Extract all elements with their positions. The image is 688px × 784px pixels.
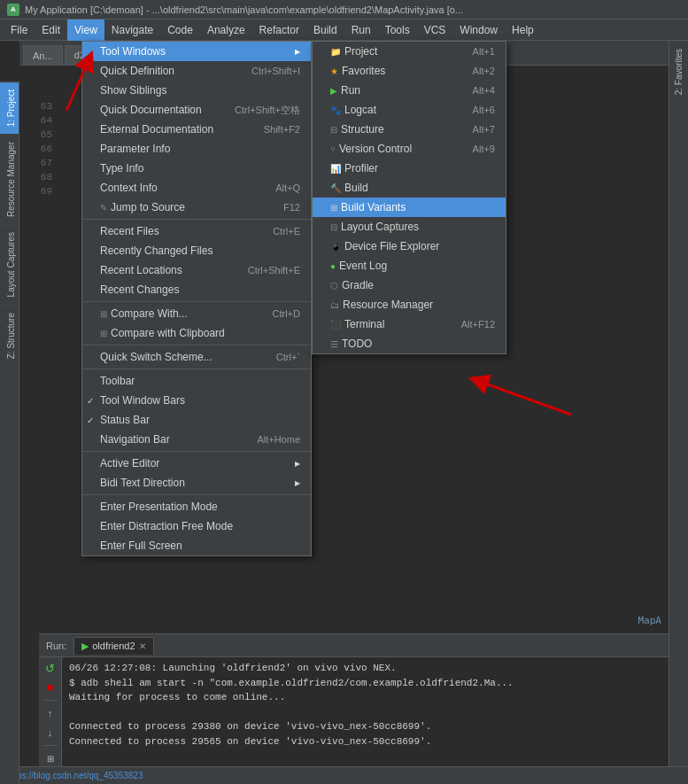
run-line-3: Waiting for process to come online...: [69, 690, 681, 705]
menu-item-quick-definition[interactable]: Quick Definition Ctrl+Shift+I: [82, 61, 311, 81]
view-menu-dropdown: Tool Windows Quick Definition Ctrl+Shift…: [81, 41, 312, 556]
app-icon: A: [7, 4, 19, 16]
menu-item-recently-changed[interactable]: Recently Changed Files: [82, 241, 311, 260]
tw-todo[interactable]: ☰ TODO: [313, 334, 506, 353]
sidebar-item-project[interactable]: 1: Project: [0, 82, 19, 134]
menu-item-external-documentation[interactable]: External Documentation Shift+F2: [82, 120, 311, 139]
menu-item-show-siblings[interactable]: Show Siblings: [82, 81, 311, 100]
tw-profiler[interactable]: 📊 Profiler: [313, 159, 506, 178]
run-panel-header: Run: ▶ oldfriend2 ✕: [39, 634, 688, 657]
menu-item-distraction-free[interactable]: Enter Distraction Free Mode: [82, 516, 311, 536]
tw-device-file[interactable]: 📱 Device File Explorer: [313, 237, 506, 256]
run-panel-toolbar: ↺ ■ ↑ ↓ ⊞ ≡: [39, 657, 62, 784]
run-line-5: Connected to process 29380 on device 'vi…: [69, 719, 681, 734]
menu-view[interactable]: View: [67, 19, 104, 41]
left-sidebar: 1: Project Resource Manager Layout Captu…: [0, 82, 19, 784]
run-line-4: [69, 705, 681, 720]
run-restart-btn[interactable]: ↺: [43, 661, 58, 676]
menu-item-recent-locations[interactable]: Recent Locations Ctrl+Shift+E: [82, 260, 311, 280]
sidebar-item-favorites[interactable]: 2: Favorites: [671, 41, 686, 102]
menu-run[interactable]: Run: [344, 19, 378, 41]
tool-windows-dropdown: 📁 Project Alt+1 ★ Favorites Alt+2 ▶ Run …: [312, 41, 506, 354]
menu-item-active-editor[interactable]: Active Editor: [82, 454, 311, 473]
tw-resource-manager[interactable]: 🗂 Resource Manager: [313, 295, 506, 314]
run-scroll-up[interactable]: ↑: [43, 706, 58, 721]
menu-code[interactable]: Code: [160, 19, 200, 41]
status-bar: https://blog.csdn.net/qq_45353823: [0, 766, 688, 784]
menu-build[interactable]: Build: [306, 19, 344, 41]
menu-item-status-bar[interactable]: ✓ Status Bar: [82, 410, 311, 430]
menu-item-compare-clipboard[interactable]: ⊞ Compare with Clipboard: [82, 323, 311, 343]
menu-tools[interactable]: Tools: [378, 19, 417, 41]
tw-layout-captures[interactable]: ⊟ Layout Captures: [313, 217, 506, 237]
menu-vcs[interactable]: VCS: [417, 19, 453, 41]
run-tab[interactable]: ▶ oldfriend2 ✕: [73, 637, 153, 655]
menu-window[interactable]: Window: [452, 19, 505, 41]
menu-item-quick-documentation[interactable]: Quick Documentation Ctrl+Shift+空格: [82, 100, 311, 120]
tw-terminal[interactable]: ⬛ Terminal Alt+F12: [313, 314, 506, 334]
menu-bar: File Edit View Navigate Code Analyze Ref…: [0, 19, 688, 41]
run-layout-btn[interactable]: ⊞: [43, 751, 58, 766]
tw-event-log[interactable]: ● Event Log: [313, 256, 506, 276]
menu-item-recent-changes[interactable]: Recent Changes: [82, 280, 311, 299]
map-activity-label: MapA: [638, 615, 662, 626]
run-tab-label: oldfriend2: [92, 640, 135, 651]
menu-item-bidi-text[interactable]: Bidi Text Direction: [82, 473, 311, 493]
menu-item-recent-files[interactable]: Recent Files Ctrl+E: [82, 221, 311, 241]
menu-item-tool-windows[interactable]: Tool Windows: [82, 42, 311, 61]
tw-build[interactable]: 🔨 Build: [313, 178, 506, 198]
sidebar-item-layout-captures[interactable]: Layout Captures: [0, 224, 19, 304]
tw-run[interactable]: ▶ Run Alt+4: [313, 81, 506, 100]
menu-item-context-info[interactable]: Context Info Alt+Q: [82, 178, 311, 198]
menu-navigate[interactable]: Navigate: [104, 19, 160, 41]
menu-item-compare-with[interactable]: ⊞ Compare With... Ctrl+D: [82, 304, 311, 323]
run-line-1: 06/26 12:27:08: Launching 'oldfriend2' o…: [69, 661, 681, 676]
run-line-6: Connected to process 29565 on device 'vi…: [69, 734, 681, 749]
title-bar: A My Application [C:\demoan] - ...\oldfr…: [0, 0, 688, 19]
menu-analyze[interactable]: Analyze: [200, 19, 252, 41]
run-panel-content: 06/26 12:27:08: Launching 'oldfriend2' o…: [62, 657, 688, 752]
menu-item-presentation-mode[interactable]: Enter Presentation Mode: [82, 497, 311, 516]
tw-logcat[interactable]: 🐾 Logcat Alt+6: [313, 100, 506, 120]
tab-an[interactable]: An...: [23, 45, 63, 65]
menu-item-jump-to-source[interactable]: ✎ Jump to Source F12: [82, 198, 311, 217]
tw-version-control[interactable]: ⑂ Version Control Alt+9: [313, 139, 506, 159]
run-stop-btn[interactable]: ■: [43, 679, 58, 695]
sidebar-item-resource-manager[interactable]: Resource Manager: [0, 134, 19, 224]
title-text: My Application [C:\demoan] - ...\oldfrie…: [25, 4, 463, 15]
menu-refactor[interactable]: Refactor: [252, 19, 306, 41]
menu-item-navigation-bar[interactable]: Navigation Bar Alt+Home: [82, 430, 311, 449]
menu-item-quick-switch[interactable]: Quick Switch Scheme... Ctrl+`: [82, 347, 311, 367]
menu-file[interactable]: File: [4, 19, 35, 41]
menu-item-tool-window-bars[interactable]: ✓ Tool Window Bars: [82, 391, 311, 410]
menu-edit[interactable]: Edit: [35, 19, 67, 41]
run-label: Run:: [46, 640, 66, 651]
menu-item-full-screen[interactable]: Enter Full Screen: [82, 536, 311, 555]
tw-gradle[interactable]: ⬡ Gradle: [313, 276, 506, 295]
status-url: https://blog.csdn.net/qq_45353823: [7, 771, 143, 780]
menu-help[interactable]: Help: [505, 19, 541, 41]
sidebar-item-structure[interactable]: Z: Structure: [0, 305, 19, 366]
menu-item-type-info[interactable]: Type Info: [82, 159, 311, 178]
menu-item-parameter-info[interactable]: Parameter Info: [82, 139, 311, 159]
tw-structure[interactable]: ⊟ Structure Alt+7: [313, 120, 506, 139]
tw-build-variants[interactable]: ⊞ Build Variants: [313, 198, 506, 217]
run-scroll-down[interactable]: ↓: [43, 725, 58, 740]
run-line-2: $ adb shell am start -n "com.example.old…: [69, 676, 681, 691]
tw-project[interactable]: 📁 Project Alt+1: [313, 42, 506, 61]
tw-favorites[interactable]: ★ Favorites Alt+2: [313, 61, 506, 81]
right-sidebar: 2: Favorites: [669, 41, 688, 784]
run-panel: Run: ▶ oldfriend2 ✕ ↺ ■ ↑ ↓ ⊞ ≡ 06: [39, 633, 688, 784]
menu-item-toolbar[interactable]: Toolbar: [82, 371, 311, 391]
